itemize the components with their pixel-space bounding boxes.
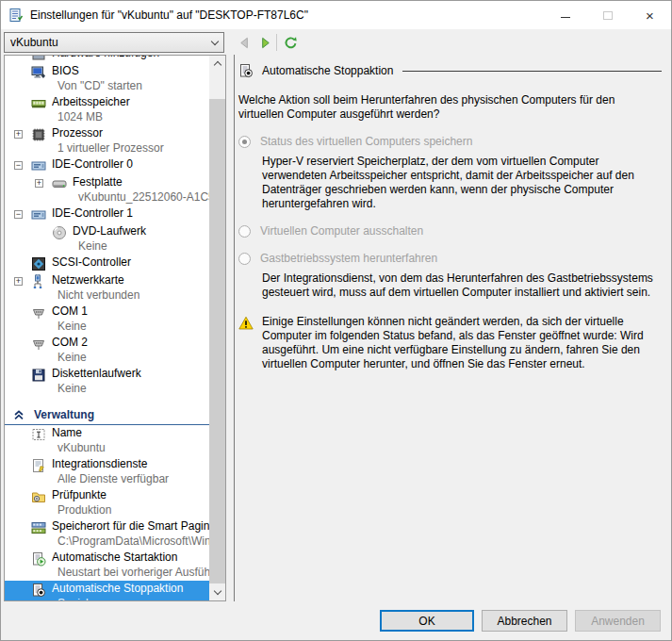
com-icon — [31, 337, 46, 352]
sidebar-item-automatische-stoppaktion[interactable]: Automatische StoppaktionSpeichern — [5, 581, 209, 601]
sidebar-item-name[interactable]: NamevKubuntu — [5, 425, 209, 456]
tree-item-sublabel: 1 virtueller Prozessor — [52, 140, 209, 156]
processor-icon — [31, 127, 46, 142]
floppy-icon — [31, 368, 46, 383]
tree-item-sublabel: Keine — [52, 319, 209, 334]
tree-item-label: BIOS — [52, 64, 209, 78]
tree-item-text: NetzwerkkarteNicht verbunden — [52, 273, 209, 303]
tree-section-verwaltung[interactable]: Verwaltung — [5, 404, 209, 425]
tree-item-text: Automatische StartaktionNeustart bei vor… — [52, 551, 209, 580]
expand-icon[interactable]: + — [14, 277, 23, 286]
tree-item-sublabel: Alle Dienste verfügbar — [52, 471, 209, 486]
tree-item-text: Automatische StoppaktionSpeichern — [52, 582, 209, 601]
tree-item-sublabel: Speichern — [52, 596, 209, 601]
expander-column: − — [14, 157, 31, 170]
tree-item-text: COM 1Keine — [52, 304, 209, 334]
radio-selected-icon[interactable] — [238, 136, 251, 148]
tree-item-sublabel: Keine — [52, 350, 209, 365]
sidebar-item-netzwerkkarte[interactable]: +NetzwerkkarteNicht verbunden — [5, 272, 209, 304]
window-controls: × — [544, 1, 671, 29]
sidebar-item-arbeitsspeicher[interactable]: Arbeitsspeicher1024 MB — [5, 94, 209, 125]
tree-item-label: Automatische Stoppaktion — [52, 582, 209, 596]
sidebar-item-integrationsdienste[interactable]: IntegrationsdiensteAlle Dienste verfügba… — [5, 456, 209, 487]
dvd-icon — [52, 225, 67, 240]
checkpoints-icon — [31, 489, 46, 504]
navigate-back-button[interactable] — [235, 32, 254, 53]
bios-icon — [31, 65, 46, 80]
com-icon — [31, 305, 46, 320]
radio-option-gastbetriebssystem-herunterfahren[interactable]: Gastbetriebssystem herunterfahren — [238, 252, 665, 266]
scsi-icon — [31, 256, 46, 271]
expand-icon[interactable]: + — [14, 130, 23, 139]
collapse-box-icon[interactable]: − — [14, 161, 23, 170]
network-icon — [31, 274, 46, 289]
window-icon — [8, 8, 24, 23]
cancel-button[interactable]: Abbrechen — [482, 610, 567, 632]
tree-item-text: DiskettenlaufwerkKeine — [52, 367, 209, 396]
sidebar-item-dvd-laufwerk[interactable]: DVD-LaufwerkKeine — [5, 223, 209, 255]
tree-item-label: Speicherort für die Smart Pagin... — [52, 519, 209, 534]
tree-item-text: IntegrationsdiensteAlle Dienste verfügba… — [52, 457, 209, 486]
sidebar-item-prozessor[interactable]: +Prozessor1 virtueller Prozessor — [5, 125, 209, 156]
radio-unselected-icon[interactable] — [238, 225, 251, 238]
vm-selector-dropdown[interactable]: vKubuntu — [4, 32, 224, 53]
radio-option-status-des-virtuellen-computers-speichern[interactable]: Status des virtuellen Computers speicher… — [238, 135, 665, 149]
apply-button[interactable]: Anwenden — [575, 610, 661, 632]
refresh-button[interactable] — [281, 32, 300, 53]
minimize-icon — [561, 17, 570, 18]
radio-unselected-icon[interactable] — [238, 253, 251, 265]
tree-scrollbar[interactable] — [209, 56, 225, 600]
panel-divider — [234, 55, 235, 601]
sidebar-item-festplatte[interactable]: +FestplattevKubuntu_22512060-A1C5... — [5, 174, 209, 205]
tree-item-text: Arbeitsspeicher1024 MB — [52, 95, 209, 124]
expand-icon[interactable]: + — [35, 179, 43, 188]
radio-option-virtuellen-computer-ausschalten[interactable]: Virtuellen Computer ausschalten — [238, 224, 665, 238]
tree-item-label: Prozessor — [52, 126, 209, 140]
titlebar: Einstellungen für "vKubuntu" auf "DESKTO… — [1, 1, 671, 29]
sidebar-item-com-2[interactable]: COM 2Keine — [5, 335, 209, 366]
tree-item-label: COM 1 — [52, 304, 209, 319]
sidebar-item-ide-controller-1[interactable]: −IDE-Controller 1 — [5, 205, 209, 223]
refresh-icon — [284, 36, 298, 50]
sidebar-item-scsi-controller[interactable]: SCSI-Controller — [5, 255, 209, 272]
scroll-down-icon — [213, 587, 221, 595]
tree-item-sublabel: Von "CD" starten — [52, 78, 209, 93]
scroll-up-button[interactable] — [209, 56, 225, 72]
page-title: Automatische Stoppaktion — [262, 64, 393, 77]
sidebar-item-bios[interactable]: BIOSVon "CD" starten — [5, 63, 209, 94]
tree-item-label: COM 2 — [52, 336, 209, 350]
sidebar-item-ide-controller-0[interactable]: −IDE-Controller 0 — [5, 156, 209, 174]
sidebar-item-pr-fpunkte[interactable]: PrüfpunkteProduktion — [5, 487, 209, 518]
sidebar-item-speicherort-f-r-die-smart-pagin[interactable]: Speicherort für die Smart Pagin...C:\Pro… — [5, 518, 209, 550]
chevron-down-icon — [211, 37, 219, 44]
expander-column: − — [14, 206, 31, 219]
vm-selector-value: vKubuntu — [10, 36, 212, 49]
warning-banner: Einige Einstellungen können nicht geände… — [238, 315, 665, 371]
navigate-forward-button[interactable] — [255, 32, 274, 53]
radio-option-block: Gastbetriebssystem herunterfahrenDer Int… — [238, 252, 665, 300]
sidebar-item-diskettenlaufwerk[interactable]: DiskettenlaufwerkKeine — [5, 366, 209, 397]
collapse-box-icon[interactable]: − — [14, 210, 23, 219]
scroll-down-button[interactable] — [209, 584, 225, 600]
tree-item-text: Hardware hinzufügen — [52, 55, 209, 60]
sidebar-item-com-1[interactable]: COM 1Keine — [5, 304, 209, 335]
ide-controller-icon — [31, 158, 46, 173]
sidebar-item-automatische-startaktion[interactable]: Automatische StartaktionNeustart bei vor… — [5, 550, 209, 581]
tree-item-label: Diskettenlaufwerk — [52, 367, 209, 381]
radio-label: Virtuellen Computer ausschalten — [260, 224, 423, 238]
close-button[interactable]: × — [629, 1, 671, 29]
minimize-button[interactable] — [544, 1, 586, 29]
scrollbar-thumb[interactable] — [209, 99, 225, 583]
tree-item-text: COM 2Keine — [52, 336, 209, 365]
tree-item-sublabel: C:\ProgramData\Microsoft\Win... — [52, 534, 209, 549]
settings-tree-panel: Hardware hinzufügenBIOSVon "CD" startenA… — [4, 55, 226, 601]
tree-item-text: Prozessor1 virtueller Prozessor — [52, 126, 209, 156]
radio-option-block: Status des virtuellen Computers speicher… — [238, 135, 665, 211]
section-label: Verwaltung — [34, 408, 94, 421]
back-icon — [238, 36, 252, 50]
ok-button[interactable]: OK — [380, 610, 474, 632]
tree-item-sublabel: vKubuntu — [52, 440, 209, 455]
maximize-icon — [603, 11, 613, 20]
ide-controller-icon — [31, 207, 46, 222]
sidebar-item-hardware-hinzuf-gen[interactable]: Hardware hinzufügen — [5, 55, 209, 63]
